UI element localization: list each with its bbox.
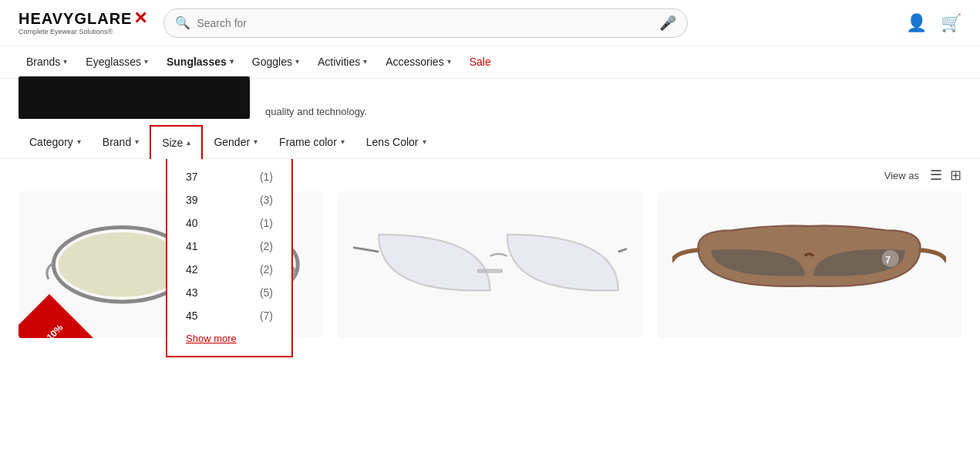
size-chevron-icon: ▴: [187, 138, 190, 147]
show-more-link[interactable]: Show more: [167, 327, 291, 350]
products-toolbar: View as ☰ ⊞: [19, 167, 961, 184]
filter-lens-color-label: Lens Color: [366, 136, 419, 148]
size-count-39: (3): [260, 194, 273, 206]
activities-chevron-icon: ▾: [363, 57, 367, 66]
filter-category[interactable]: Category ▾: [19, 125, 92, 159]
product-card-3[interactable]: 7: [658, 191, 961, 338]
logo-x-icon: ✕: [133, 10, 148, 27]
gender-chevron-icon: ▾: [254, 137, 258, 146]
sunglasses-chevron-icon: ▾: [230, 57, 234, 66]
nav-item-sale[interactable]: Sale: [462, 46, 499, 78]
size-value-42: 42: [186, 263, 198, 276]
filter-frame-color-label: Frame color: [279, 136, 337, 148]
view-as-label: View as: [884, 170, 919, 181]
nav-sunglasses-label: Sunglasses: [167, 56, 227, 68]
logo-name: HEAVYGLARE ✕: [19, 10, 148, 27]
header: HEAVYGLARE ✕ Complete Eyewear Solutions®…: [0, 0, 980, 46]
svg-line-4: [353, 248, 379, 252]
filter-gender-label: Gender: [214, 136, 250, 148]
banner-image: [19, 76, 250, 119]
filter-frame-color[interactable]: Frame color ▾: [268, 125, 355, 159]
nav-item-goggles[interactable]: Goggles ▾: [244, 46, 307, 78]
nav-brands-label: Brands: [26, 56, 60, 68]
size-count-43: (5): [260, 286, 273, 299]
accessories-chevron-icon: ▾: [447, 57, 451, 66]
logo-text: HEAVYGLARE: [19, 11, 132, 26]
mic-icon[interactable]: 🎤: [659, 15, 676, 32]
nav-sale-label: Sale: [470, 56, 491, 68]
size-value-39: 39: [186, 194, 198, 206]
nav-item-eyeglasses[interactable]: Eyeglasses ▾: [78, 46, 156, 78]
nav-item-sunglasses[interactable]: Sunglasses ▾: [159, 46, 241, 78]
size-count-37: (1): [260, 171, 273, 183]
nav-bar: Brands ▾ Eyeglasses ▾ Sunglasses ▾ Goggl…: [0, 46, 980, 79]
product-image-3: 7: [672, 202, 946, 327]
grid-view-icon[interactable]: ⊞: [950, 167, 961, 184]
product-card-2[interactable]: [338, 191, 642, 338]
nav-goggles-label: Goggles: [252, 56, 292, 68]
filter-size[interactable]: Size ▴: [150, 125, 203, 159]
svg-line-5: [618, 248, 627, 252]
filter-size-label: Size: [162, 137, 183, 149]
svg-text:7: 7: [886, 255, 891, 266]
size-option-45[interactable]: 45 (7): [167, 304, 291, 327]
size-option-43[interactable]: 43 (5): [167, 281, 291, 304]
size-count-40: (1): [260, 217, 273, 229]
size-value-41: 41: [186, 240, 198, 252]
goggles-chevron-icon: ▾: [295, 57, 299, 66]
size-option-37[interactable]: 37 (1): [167, 165, 291, 188]
list-view-icon[interactable]: ☰: [930, 167, 942, 184]
nav-activities-label: Activities: [318, 56, 360, 68]
size-option-40[interactable]: 40 (1): [167, 211, 291, 235]
size-value-45: 45: [186, 310, 198, 322]
nav-item-accessories[interactable]: Accessories ▾: [378, 46, 458, 78]
cart-icon[interactable]: 🛒: [941, 13, 961, 33]
filter-gender[interactable]: Gender ▾: [203, 125, 268, 159]
size-value-40: 40: [186, 217, 198, 229]
products-area: View as ☰ ⊞: [0, 159, 980, 346]
nav-item-activities[interactable]: Activities ▾: [310, 46, 375, 78]
size-value-43: 43: [186, 286, 198, 299]
banner-text: quality and technology.: [250, 104, 367, 120]
size-dropdown: 37 (1) 39 (3) 40 (1) 41 (2) 42 (2) 43 (5…: [166, 159, 293, 357]
product-image-2: [353, 202, 627, 327]
sale-text-1: KE 10%: [33, 322, 65, 338]
size-option-42[interactable]: 42 (2): [167, 258, 291, 281]
size-count-41: (2): [260, 240, 273, 252]
glasses-svg-3: 7: [672, 202, 946, 327]
size-count-45: (7): [260, 310, 273, 322]
search-bar[interactable]: 🔍 🎤: [163, 8, 688, 38]
header-icons: 👤 🛒: [906, 13, 961, 33]
nav-item-brands[interactable]: Brands ▾: [19, 46, 75, 78]
filters-row: Category ▾ Brand ▾ Size ▴ Gender ▾ Frame…: [0, 125, 980, 159]
size-option-39[interactable]: 39 (3): [167, 188, 291, 211]
brand-chevron-icon: ▾: [135, 137, 139, 146]
logo[interactable]: HEAVYGLARE ✕ Complete Eyewear Solutions®: [19, 10, 148, 36]
filter-category-label: Category: [29, 136, 73, 148]
nav-eyeglasses-label: Eyeglasses: [86, 56, 141, 68]
products-grid: KE 10%: [19, 191, 961, 338]
filter-lens-color[interactable]: Lens Color ▾: [355, 125, 437, 159]
banner-strip: quality and technology.: [0, 79, 980, 125]
category-chevron-icon: ▾: [77, 137, 81, 146]
size-count-42: (2): [260, 263, 273, 276]
account-icon[interactable]: 👤: [906, 13, 927, 33]
glasses-svg-2: [353, 202, 627, 327]
logo-tagline: Complete Eyewear Solutions®: [19, 29, 148, 36]
filter-brand[interactable]: Brand ▾: [92, 125, 150, 159]
search-input[interactable]: [197, 17, 653, 29]
eyeglasses-chevron-icon: ▾: [144, 57, 148, 66]
lens-color-chevron-icon: ▾: [423, 137, 426, 146]
size-value-37: 37: [186, 171, 198, 183]
size-option-41[interactable]: 41 (2): [167, 235, 291, 258]
brands-chevron-icon: ▾: [63, 57, 67, 66]
search-icon: 🔍: [175, 15, 190, 30]
svg-rect-6: [477, 269, 503, 274]
filter-brand-label: Brand: [103, 136, 131, 148]
nav-accessories-label: Accessories: [386, 56, 443, 68]
frame-color-chevron-icon: ▾: [341, 137, 345, 146]
content-area: quality and technology. Category ▾ Brand…: [0, 79, 980, 346]
